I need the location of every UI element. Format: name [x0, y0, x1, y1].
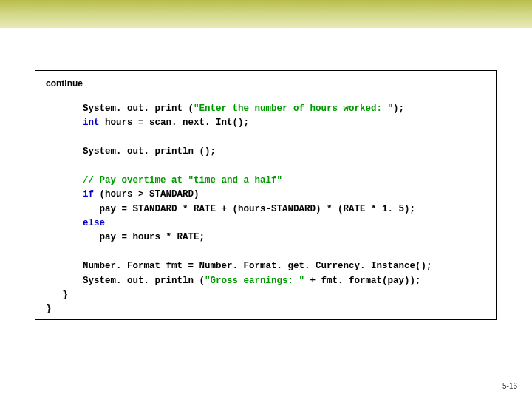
code-text: System. out. println (); [83, 146, 216, 157]
code-container: continue System. out. print ("Enter the … [35, 70, 497, 320]
keyword-else: else [83, 218, 105, 228]
comment: // Pay overtime at "time and a half" [83, 175, 282, 185]
string-literal: "Gross earnings: " [205, 276, 304, 286]
slide-top-band [0, 0, 532, 28]
code-text: } [46, 304, 52, 314]
string-literal: "Enter the number of hours worked: " [194, 103, 393, 114]
code-text: System. out. println ( [83, 276, 205, 286]
code-text: } [46, 290, 68, 300]
code-text: (hours > STANDARD) [94, 189, 200, 200]
code-text: Number. Format fmt = Number. Format. get… [83, 261, 432, 271]
code-text: hours = scan. next. Int(); [100, 117, 250, 128]
page-number: 5-16 [502, 382, 517, 390]
closing-braces: } } [46, 288, 485, 317]
code-text: pay = STANDARD * RATE + (hours-STANDARD)… [83, 204, 415, 214]
keyword-if: if [83, 189, 94, 200]
code-text: System. out. print ( [83, 103, 194, 114]
code-text: pay = hours * RATE; [83, 232, 205, 242]
continue-label: continue [46, 78, 485, 89]
code-text: + fmt. format(pay)); [304, 276, 421, 286]
code-block: System. out. print ("Enter the number of… [83, 102, 485, 288]
code-text: ); [393, 103, 404, 114]
keyword-int: int [83, 117, 100, 128]
